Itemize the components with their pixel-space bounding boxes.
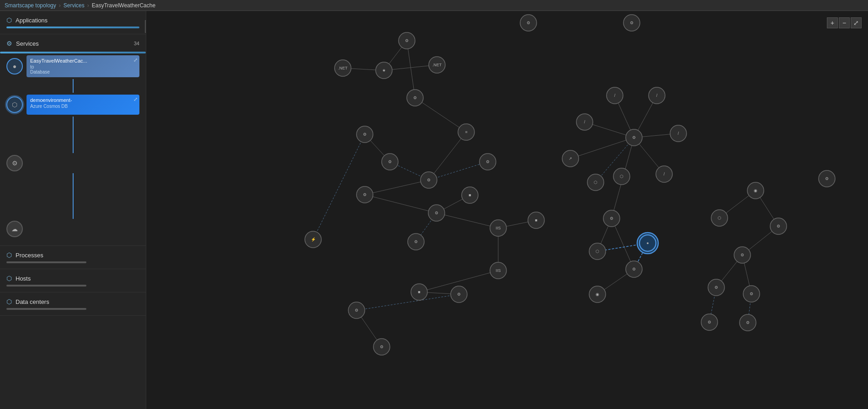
topology-node[interactable]: ⚙ bbox=[451, 286, 467, 303]
topology-node[interactable]: ⚡ bbox=[305, 231, 321, 248]
service-node-title: EasyTravelWeatherCac... bbox=[30, 58, 112, 64]
services-title: Services bbox=[16, 40, 39, 47]
topology-node[interactable]: ⚙ bbox=[734, 247, 751, 263]
topology-node[interactable]: ⚙ bbox=[421, 172, 437, 188]
breadcrumb-current: EasyTravelWeatherCache bbox=[92, 2, 155, 9]
node-circle-cloud[interactable]: ☁ bbox=[6, 221, 23, 237]
topology-node[interactable]: ◉ bbox=[589, 286, 606, 303]
svg-point-87 bbox=[708, 279, 724, 296]
hosts-icon: ⬡ bbox=[6, 275, 12, 282]
svg-point-91 bbox=[701, 314, 718, 330]
topology-node[interactable]: ⚙ bbox=[348, 302, 365, 319]
topology-node[interactable]: ⚙ bbox=[520, 15, 537, 31]
topology-node[interactable]: ⚙ bbox=[382, 154, 398, 170]
zoom-controls: + − ⤢ bbox=[827, 17, 862, 28]
topology-node[interactable]: ⚙ bbox=[708, 279, 724, 296]
svg-point-28 bbox=[490, 220, 506, 236]
topology-svg: ⚙★.NET.NET⚙≡⚙⚙⚙⚙⚡⚙⚙■IIS⚙■IIS■⚙⚙⚙⬡⬡⚙/////… bbox=[146, 11, 868, 409]
svg-point-52 bbox=[649, 87, 665, 104]
svg-point-75 bbox=[520, 15, 537, 31]
svg-point-64 bbox=[626, 261, 642, 277]
topology-node[interactable]: ⬡ bbox=[589, 243, 606, 260]
svg-point-54 bbox=[576, 114, 593, 130]
topology-node[interactable]: ⚙ bbox=[701, 314, 718, 330]
applications-header[interactable]: ⬡ Applications bbox=[6, 16, 139, 24]
topology-node[interactable]: ⬡ bbox=[613, 168, 630, 185]
node-connector-2 bbox=[73, 117, 74, 153]
process-node-circle[interactable]: ⬡ bbox=[6, 96, 23, 113]
process-node-card[interactable]: ⤢ demoenvironment- Azure Cosmos DB bbox=[27, 95, 139, 115]
topology-node[interactable]: ⚙ bbox=[407, 90, 423, 106]
node-circle-3[interactable]: ⚙ bbox=[6, 155, 23, 171]
topology-edge bbox=[570, 138, 634, 159]
topology-edge bbox=[313, 134, 365, 239]
topology-node[interactable]: ⬡ bbox=[587, 174, 604, 191]
topology-node[interactable]: ↗ bbox=[562, 150, 579, 167]
topology-node[interactable]: ⚙ bbox=[819, 170, 835, 187]
topology-node[interactable]: ⚙ bbox=[357, 126, 373, 143]
node-icon-3: ⚙ bbox=[12, 159, 18, 167]
hosts-bar bbox=[6, 285, 86, 287]
svg-point-24 bbox=[428, 205, 445, 221]
topology-node[interactable]: ⚙ bbox=[408, 234, 424, 250]
topology-node[interactable]: ● bbox=[637, 233, 658, 254]
topology-node[interactable]: / bbox=[607, 87, 623, 104]
topology-node[interactable]: ⚙ bbox=[603, 210, 620, 227]
topology-node[interactable]: ■ bbox=[528, 212, 544, 228]
topology-node[interactable]: ⚙ bbox=[770, 218, 787, 234]
svg-point-14 bbox=[382, 154, 398, 170]
topology-node[interactable]: ■ bbox=[411, 284, 427, 300]
zoom-in-button[interactable]: + bbox=[827, 17, 838, 28]
topology-node[interactable]: / bbox=[656, 166, 672, 182]
topology-node[interactable]: ≡ bbox=[458, 124, 474, 140]
topology-node[interactable]: ◉ bbox=[747, 182, 764, 199]
svg-point-4 bbox=[335, 60, 351, 76]
topology-node[interactable]: ⚙ bbox=[740, 314, 756, 331]
svg-point-26 bbox=[462, 187, 478, 203]
topology-node[interactable]: .NET bbox=[335, 60, 351, 76]
topology-node[interactable]: IIS bbox=[490, 220, 506, 236]
svg-point-81 bbox=[711, 210, 728, 226]
svg-point-38 bbox=[451, 286, 467, 303]
topology-node[interactable]: ⚙ bbox=[357, 186, 373, 203]
svg-point-46 bbox=[613, 168, 630, 185]
topology-node[interactable]: ⚙ bbox=[399, 32, 415, 49]
zoom-out-button[interactable]: − bbox=[839, 17, 850, 28]
topology-node[interactable]: IIS bbox=[490, 262, 506, 279]
breadcrumb-smartscape[interactable]: Smartscape topology bbox=[5, 2, 56, 9]
sidebar-section-services: ⚙ Services 34 ● ⤢ EasyTravelWeatherCac..… bbox=[0, 34, 146, 246]
topology-node[interactable]: ⚙ bbox=[623, 15, 640, 31]
topology-node[interactable]: ★ bbox=[376, 62, 392, 79]
service-node-card[interactable]: ⤢ EasyTravelWeatherCac... toDatabase bbox=[27, 55, 139, 77]
topology-node[interactable]: ⚙ bbox=[479, 154, 496, 170]
breadcrumb-services[interactable]: Services bbox=[64, 2, 85, 9]
sidebar-section-applications: ⬡ Applications bbox=[0, 11, 146, 34]
svg-point-58 bbox=[670, 125, 687, 142]
service-node-circle[interactable]: ● bbox=[6, 58, 23, 74]
topology-node[interactable]: ⚙ bbox=[743, 286, 760, 302]
service-node-ext-icon: ⤢ bbox=[133, 57, 138, 63]
topology-canvas[interactable]: + − ⤢ ⚙★.NET.NET⚙≡⚙⚙⚙⚙⚡⚙⚙■IIS⚙■IIS■⚙⚙⚙⬡⬡… bbox=[146, 11, 868, 409]
topology-node[interactable]: / bbox=[670, 125, 687, 142]
topology-edge bbox=[415, 98, 466, 132]
hosts-header[interactable]: ⬡ Hosts bbox=[6, 275, 139, 282]
svg-point-30 bbox=[408, 234, 424, 250]
process-node-subtitle: Azure Cosmos DB bbox=[30, 104, 136, 109]
topology-node[interactable]: .NET bbox=[429, 57, 445, 73]
svg-point-22 bbox=[357, 186, 373, 203]
processes-header[interactable]: ⬡ Processes bbox=[6, 251, 139, 259]
topology-node[interactable]: / bbox=[649, 87, 665, 104]
breadcrumb-link-smartscape[interactable]: Smartscape topology bbox=[5, 2, 56, 9]
breadcrumb-link-services[interactable]: Services bbox=[64, 2, 85, 9]
topology-node[interactable]: ⬡ bbox=[711, 210, 728, 226]
topology-node[interactable]: ⚙ bbox=[373, 339, 390, 355]
services-header[interactable]: ⚙ Services 34 bbox=[0, 34, 146, 50]
topology-node[interactable]: ■ bbox=[462, 187, 478, 203]
datacenters-header[interactable]: ⬡ Data centers bbox=[6, 298, 139, 305]
topology-node[interactable]: ⚙ bbox=[428, 205, 445, 221]
zoom-reset-button[interactable]: ⤢ bbox=[851, 17, 862, 28]
svg-point-8 bbox=[407, 90, 423, 106]
topology-node[interactable]: ⚙ bbox=[626, 129, 642, 146]
topology-node[interactable]: / bbox=[576, 114, 593, 130]
topology-node[interactable]: ⚙ bbox=[626, 261, 642, 277]
